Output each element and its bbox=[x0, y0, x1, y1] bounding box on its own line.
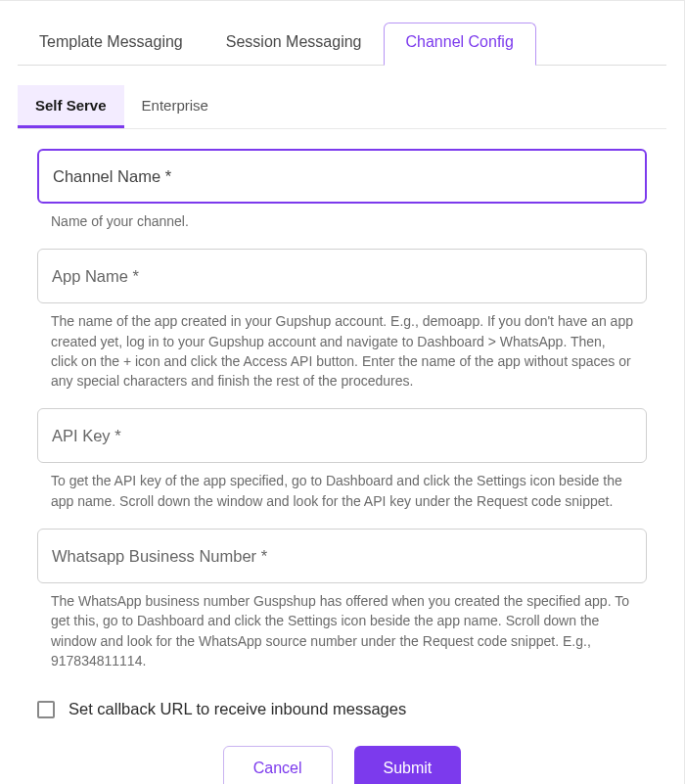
callback-checkbox-row: Set callback URL to receive inbound mess… bbox=[37, 700, 647, 718]
tab-template-messaging[interactable]: Template Messaging bbox=[18, 23, 205, 65]
api-key-label: API Key * bbox=[52, 427, 121, 445]
api-key-input[interactable]: API Key * bbox=[37, 408, 647, 463]
main-tab-bar: Template Messaging Session Messaging Cha… bbox=[18, 1, 666, 66]
callback-checkbox[interactable] bbox=[37, 701, 55, 718]
whatsapp-number-input[interactable]: Whatsapp Business Number * bbox=[37, 529, 647, 583]
subtab-self-serve[interactable]: Self Serve bbox=[18, 85, 124, 128]
submit-button[interactable]: Submit bbox=[354, 746, 462, 784]
button-row: Cancel Submit bbox=[37, 746, 647, 784]
sub-tab-bar: Self Serve Enterprise bbox=[18, 85, 666, 129]
subtab-enterprise[interactable]: Enterprise bbox=[124, 85, 226, 128]
tab-session-messaging[interactable]: Session Messaging bbox=[205, 23, 384, 65]
channel-name-group: Channel Name * Name of your channel. bbox=[37, 149, 647, 231]
api-key-group: API Key * To get the API key of the app … bbox=[37, 408, 647, 511]
channel-name-input[interactable]: Channel Name * bbox=[37, 149, 647, 204]
app-name-input[interactable]: App Name * bbox=[37, 249, 647, 303]
channel-name-label: Channel Name * bbox=[53, 167, 171, 186]
callback-checkbox-label: Set callback URL to receive inbound mess… bbox=[68, 700, 406, 718]
app-name-label: App Name * bbox=[52, 267, 139, 286]
whatsapp-number-label: Whatsapp Business Number * bbox=[52, 547, 267, 566]
api-key-helper: To get the API key of the app specified,… bbox=[37, 471, 647, 511]
app-name-group: App Name * The name of the app created i… bbox=[37, 249, 647, 391]
channel-name-helper: Name of your channel. bbox=[37, 211, 647, 231]
config-panel: Template Messaging Session Messaging Cha… bbox=[0, 0, 685, 784]
cancel-button[interactable]: Cancel bbox=[223, 746, 333, 784]
whatsapp-number-helper: The WhatsApp business number Guspshup ha… bbox=[37, 591, 647, 670]
tab-channel-config[interactable]: Channel Config bbox=[384, 23, 536, 66]
app-name-helper: The name of the app created in your Gups… bbox=[37, 311, 647, 391]
form-content: Channel Name * Name of your channel. App… bbox=[0, 129, 684, 784]
whatsapp-number-group: Whatsapp Business Number * The WhatsApp … bbox=[37, 529, 647, 670]
